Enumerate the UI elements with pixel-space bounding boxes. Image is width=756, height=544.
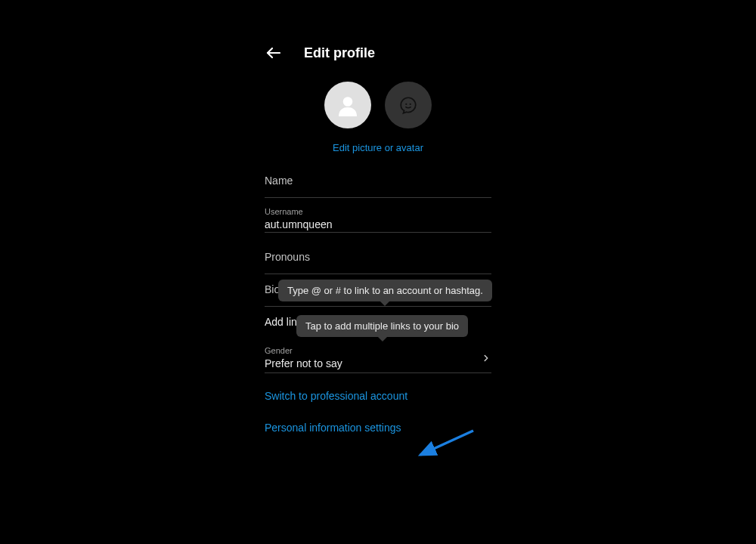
svg-point-3 [410,104,411,105]
pronouns-field[interactable]: Pronouns [265,251,491,274]
link-hint-tooltip: Tap to add multiple links to your bio [296,315,468,337]
edit-picture-link[interactable]: Edit picture or avatar [265,142,491,153]
username-field[interactable]: Username aut.umnqueen [265,207,491,233]
username-value: aut.umnqueen [265,218,491,230]
gender-value: Prefer not to say [265,357,342,369]
gender-label: Gender [265,346,342,355]
back-arrow-icon[interactable] [265,44,283,62]
page-title: Edit profile [304,45,375,61]
chevron-right-icon [481,353,491,363]
switch-professional-link[interactable]: Switch to professional account [265,382,491,410]
svg-point-2 [405,104,407,105]
bio-hint-tooltip: Type @ or # to link to an account or has… [278,280,492,301]
header: Edit profile [265,44,491,62]
personal-info-settings-link[interactable]: Personal information settings [265,414,491,441]
avatar-row [265,82,491,128]
gender-field[interactable]: Gender Prefer not to say [265,346,491,373]
username-label: Username [265,207,491,216]
avatar-option[interactable] [385,82,432,128]
name-label: Name [265,175,491,191]
pronouns-label: Pronouns [265,251,491,267]
person-icon [334,91,361,119]
name-field[interactable]: Name [265,175,491,198]
svg-point-1 [343,97,353,107]
avatar-face-icon [398,95,418,115]
profile-picture[interactable] [324,82,371,128]
